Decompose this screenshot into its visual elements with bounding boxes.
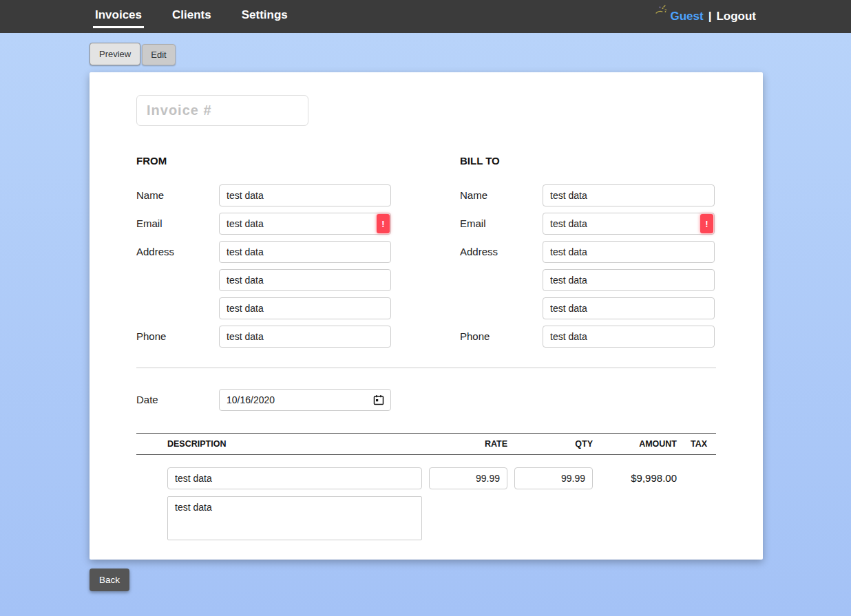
from-section: FROM Name Email ! Address [136,155,391,354]
edit-tab-button[interactable]: Edit [142,44,175,65]
from-address2-input[interactable] [219,269,391,291]
bill-to-phone-input[interactable] [543,326,715,348]
date-input[interactable] [219,389,391,411]
nav-tab-invoices[interactable]: Invoices [93,6,144,28]
bill-to-email-error-badge: ! [700,214,713,233]
guest-link[interactable]: Guest [670,10,703,23]
from-name-label: Name [136,184,219,206]
nav-user-separator: | [708,10,712,23]
from-phone-input[interactable] [219,326,391,348]
nav-tab-settings[interactable]: Settings [240,6,290,28]
bill-to-address1-input[interactable] [543,241,715,263]
bill-to-address2-input[interactable] [543,269,715,291]
bill-to-address3-input[interactable] [543,297,715,319]
date-label: Date [136,389,219,411]
calendar-icon[interactable] [373,394,384,405]
bill-to-email-input[interactable] [543,213,715,235]
bill-to-phone-label: Phone [460,326,543,348]
line-items-table: DESCRIPTION RATE QTY AMOUNT TAX $9,998.0… [136,433,716,543]
header-qty: QTY [507,439,593,449]
logout-link[interactable]: Logout [716,10,756,23]
from-address3-input[interactable] [219,297,391,319]
from-address1-input[interactable] [219,241,391,263]
header-tax: TAX [677,439,716,449]
header-amount: AMOUNT [593,439,677,449]
from-email-row: Email ! [136,213,391,235]
item-notes-textarea[interactable]: test data [167,496,422,540]
from-address-row-2 [136,269,391,291]
nav-tabs: Invoices Clients Settings [93,0,290,33]
bill-to-address-row-1: Address [460,241,715,263]
item-row: $9,998.00 [136,455,716,489]
bill-to-address-row-2 [460,269,715,291]
confetti-icon [654,5,668,17]
bill-to-phone-row: Phone [460,326,715,348]
nav-tab-clients[interactable]: Clients [170,6,213,28]
date-row: Date [136,389,716,411]
from-heading: FROM [136,155,391,167]
bill-to-section: BILL TO Name Email ! Address [460,155,715,354]
invoice-card: FROM Name Email ! Address [90,72,763,560]
from-name-row: Name [136,184,391,206]
from-email-input[interactable] [219,213,391,235]
item-notes-row: test data [136,496,716,543]
bill-to-address-label: Address [460,241,543,263]
from-name-input[interactable] [219,184,391,206]
top-nav: Invoices Clients Settings Guest | Logout [0,0,851,33]
item-description-input[interactable] [167,467,422,489]
from-address-row-1: Address [136,241,391,263]
items-header-row: DESCRIPTION RATE QTY AMOUNT TAX [136,433,716,455]
preview-tab-button[interactable]: Preview [90,43,140,65]
item-qty-input[interactable] [514,467,593,489]
item-rate-input[interactable] [429,467,507,489]
from-phone-row: Phone [136,326,391,348]
bill-to-address-row-3 [460,297,715,319]
invoice-number-input[interactable] [136,95,308,126]
from-email-error-badge: ! [377,214,390,233]
from-phone-label: Phone [136,326,219,348]
bill-to-email-label: Email [460,213,543,235]
item-amount-value: $9,998.00 [593,467,677,489]
header-rate: RATE [422,439,507,449]
from-address-row-3 [136,297,391,319]
view-mode-tabs: Preview Edit [90,43,851,65]
bill-to-name-input[interactable] [543,184,715,206]
section-divider [136,368,716,368]
bill-to-name-label: Name [460,184,543,206]
bill-to-name-row: Name [460,184,715,206]
from-address-label: Address [136,241,219,263]
header-description: DESCRIPTION [136,439,422,449]
from-email-label: Email [136,213,219,235]
party-columns: FROM Name Email ! Address [136,155,716,354]
back-button[interactable]: Back [90,569,129,591]
bill-to-email-row: Email ! [460,213,715,235]
nav-user-area: Guest | Logout [651,0,756,33]
bill-to-heading: BILL TO [460,155,715,167]
